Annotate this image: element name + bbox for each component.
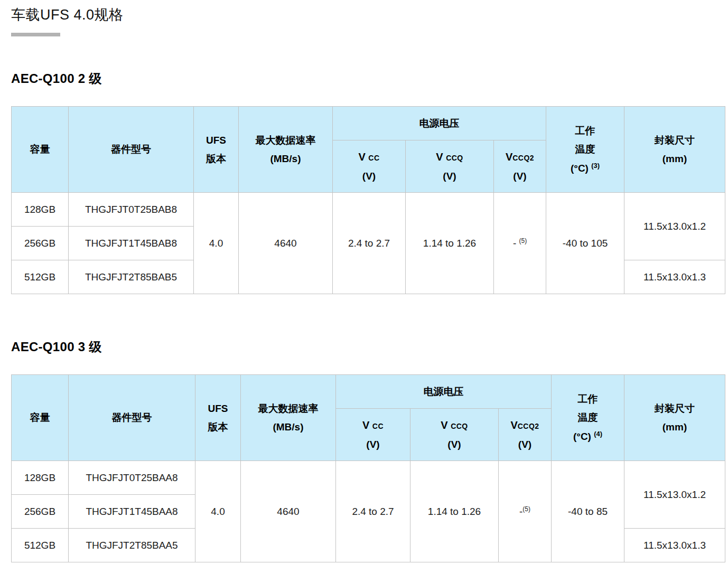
vccq2-dash: - xyxy=(513,238,519,249)
vccq2-unit: (V) xyxy=(494,167,546,185)
package-cell: 11.5x13.0x1.3 xyxy=(624,260,725,294)
capacity-cell: 256GB xyxy=(12,495,69,529)
rate-header-line1: 最大数据速率 xyxy=(239,131,332,149)
page-container: 车载UFS 4.0规格 AEC-Q100 2 级 容量 器件型号 UFS 版本 … xyxy=(0,0,728,562)
capacity-cell: 128GB xyxy=(12,193,69,227)
max-rate-cell: 4640 xyxy=(241,461,336,562)
ufs-version-cell: 4.0 xyxy=(195,461,241,562)
temp-unit: (°C) xyxy=(571,163,591,174)
col-header-capacity: 容量 xyxy=(12,107,69,193)
col-header-max-rate: 最大数据速率 (MB/s) xyxy=(239,107,333,193)
vccq2-unit: (V) xyxy=(499,435,551,454)
ufs-header-line2: 版本 xyxy=(195,418,240,436)
package-cell: 11.5x13.0x1.2 xyxy=(624,461,725,529)
vccq2-symbol: V xyxy=(510,419,517,431)
temp-header-line2: 温度 xyxy=(546,140,624,158)
temp-unit: (°C) xyxy=(573,431,594,442)
part-number-cell: THGJFJT1T45BAB8 xyxy=(69,227,194,260)
vcc-symbol: V xyxy=(362,419,372,431)
vccq-cell: 1.14 to 1.26 xyxy=(406,193,494,294)
vccq2-subscript: CCQ2 xyxy=(518,422,539,430)
part-number-cell: THGJFJT0T25BAA8 xyxy=(69,461,195,495)
col-header-vccq: V CCQ (V) xyxy=(410,409,499,461)
pkg-header-line1: 封装尺寸 xyxy=(624,399,725,418)
col-header-max-rate: 最大数据速率 (MB/s) xyxy=(241,375,336,461)
temp-header-line3: (°C) (4) xyxy=(552,427,624,446)
vccq2-footnote-sup: (5) xyxy=(522,505,530,513)
capacity-cell: 512GB xyxy=(12,529,69,562)
pkg-header-line2: (mm) xyxy=(624,149,725,168)
col-header-temperature: 工作 温度 (°C) (3) xyxy=(546,107,624,193)
part-number-cell: THGJFJT2T85BAA5 xyxy=(69,529,195,562)
spec-table-grade3: 容量 器件型号 UFS 版本 最大数据速率 (MB/s) 电源电压 工作 温度 … xyxy=(11,374,725,562)
spec-table-grade2: 容量 器件型号 UFS 版本 最大数据速率 (MB/s) 电源电压 工作 温度 … xyxy=(11,106,725,294)
table-row: 128GB THGJFJT0T25BAA8 4.0 4640 2.4 to 2.… xyxy=(12,461,725,495)
vccq-unit: (V) xyxy=(410,435,498,454)
vccq2-symbol-line: VCCQ2 xyxy=(499,416,551,435)
col-header-power-group: 电源电压 xyxy=(336,375,552,409)
part-number-cell: THGJFJT2T85BAB5 xyxy=(69,260,194,294)
vcc-symbol: V xyxy=(358,151,368,163)
section-heading-grade3: AEC-Q100 3 级 xyxy=(11,339,728,355)
rate-header-line2: (MB/s) xyxy=(241,418,335,436)
col-header-vcc: V CC (V) xyxy=(336,409,410,461)
temperature-cell: -40 to 105 xyxy=(546,193,624,294)
vcc-cell: 2.4 to 2.7 xyxy=(333,193,406,294)
col-header-temperature: 工作 温度 (°C) (4) xyxy=(552,375,624,461)
vcc-subscript: CC xyxy=(372,422,384,430)
vccq-subscript: CCQ xyxy=(446,154,463,162)
col-header-ufs-version: UFS 版本 xyxy=(194,107,239,193)
rate-header-line1: 最大数据速率 xyxy=(241,399,335,418)
col-header-package: 封装尺寸 (mm) xyxy=(624,107,725,193)
pkg-header-line2: (mm) xyxy=(624,418,725,436)
vccq2-cell: -(5) xyxy=(499,461,552,562)
vccq-cell: 1.14 to 1.26 xyxy=(410,461,499,562)
vccq2-subscript: CCQ2 xyxy=(512,154,534,162)
temp-header-line2: 温度 xyxy=(552,408,624,427)
vccq2-symbol-line: VCCQ2 xyxy=(494,147,546,167)
pkg-header-line1: 封装尺寸 xyxy=(624,131,725,149)
temp-header-line1: 工作 xyxy=(546,121,624,140)
table-row: 128GB THGJFJT0T25BAB8 4.0 4640 2.4 to 2.… xyxy=(12,193,725,227)
ufs-header-line1: UFS xyxy=(194,131,238,149)
page-title: 车载UFS 4.0规格 xyxy=(11,5,728,24)
vccq2-footnote-sup: (5) xyxy=(519,237,527,245)
capacity-cell: 512GB xyxy=(12,260,69,294)
title-divider xyxy=(11,33,60,36)
capacity-cell: 128GB xyxy=(12,461,69,495)
rate-header-line2: (MB/s) xyxy=(239,149,332,168)
ufs-header-line1: UFS xyxy=(195,399,240,418)
capacity-cell: 256GB xyxy=(12,227,69,260)
col-header-vccq: V CCQ (V) xyxy=(406,140,494,193)
vccq-symbol-line: V CCQ xyxy=(406,147,493,167)
col-header-capacity: 容量 xyxy=(12,375,69,461)
vcc-unit: (V) xyxy=(333,167,405,185)
temp-header-line1: 工作 xyxy=(552,390,624,408)
temperature-cell: -40 to 85 xyxy=(552,461,624,562)
col-header-package: 封装尺寸 (mm) xyxy=(624,375,725,461)
vccq-subscript: CCQ xyxy=(451,422,468,430)
vccq-symbol: V xyxy=(441,419,451,431)
part-number-cell: THGJFJT0T25BAB8 xyxy=(69,193,194,227)
vccq2-symbol: V xyxy=(506,151,512,163)
col-header-part-number: 器件型号 xyxy=(69,375,195,461)
vccq2-cell: - (5) xyxy=(494,193,546,294)
temp-footnote-sup: (4) xyxy=(594,430,602,438)
ufs-version-cell: 4.0 xyxy=(194,193,239,294)
vcc-symbol-line: V CC xyxy=(336,416,410,435)
temp-footnote-sup: (3) xyxy=(591,162,600,170)
part-number-cell: THGJFJT1T45BAA8 xyxy=(69,495,195,529)
vccq-symbol-line: V CCQ xyxy=(410,416,498,435)
vcc-subscript: CC xyxy=(368,154,379,162)
col-header-ufs-version: UFS 版本 xyxy=(195,375,241,461)
vcc-unit: (V) xyxy=(336,435,410,454)
col-header-vccq2: VCCQ2 (V) xyxy=(499,409,552,461)
section-heading-grade2: AEC-Q100 2 级 xyxy=(11,70,728,87)
max-rate-cell: 4640 xyxy=(239,193,333,294)
ufs-header-line2: 版本 xyxy=(194,149,238,168)
col-header-part-number: 器件型号 xyxy=(69,107,194,193)
temp-header-line3: (°C) (3) xyxy=(546,159,624,177)
col-header-vccq2: VCCQ2 (V) xyxy=(494,140,546,193)
vcc-cell: 2.4 to 2.7 xyxy=(336,461,410,562)
package-cell: 11.5x13.0x1.2 xyxy=(624,193,725,260)
